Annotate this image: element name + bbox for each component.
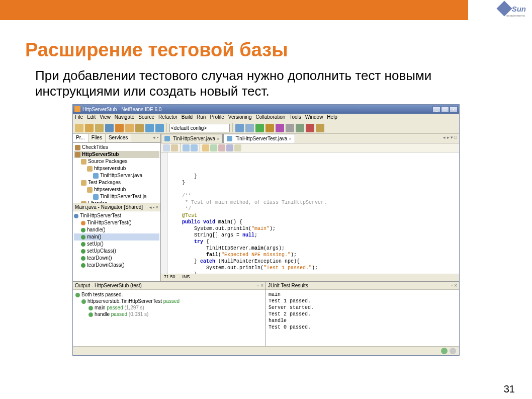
attach-icon[interactable]: [286, 124, 294, 132]
src-view-icon[interactable]: [163, 144, 170, 151]
breakpoint-icon[interactable]: [218, 144, 225, 151]
code-line[interactable]: /**: [170, 193, 454, 199]
output-close-icon[interactable]: ▫ ×: [257, 283, 263, 288]
navigator-item[interactable]: tearDown(): [74, 255, 159, 262]
menu-file[interactable]: File: [75, 114, 83, 121]
tree-node-label[interactable]: httpserverstub: [94, 166, 126, 171]
code-line[interactable]: } catch (NullPointerException npe){: [170, 258, 454, 265]
debug-icon[interactable]: [265, 124, 274, 132]
redo-icon[interactable]: [155, 124, 164, 132]
tree-node-label[interactable]: CheckTitles: [82, 144, 108, 150]
menu-profile[interactable]: Profile: [210, 114, 224, 121]
tree-node-label[interactable]: TiniHttpServer.java: [100, 173, 142, 178]
project-tree-item[interactable]: Source Packages: [74, 158, 159, 165]
project-tree-item[interactable]: TiniHttpServer.java: [74, 172, 159, 179]
window-titlebar[interactable]: HttpServerStub - NetBeans IDE 6.0 _ □ ×: [73, 105, 459, 114]
projects-tab-files[interactable]: Files: [88, 134, 106, 142]
navigator-item[interactable]: tearDownClass(): [74, 262, 159, 269]
open-icon[interactable]: [95, 124, 104, 132]
navigator-item-label[interactable]: handle(): [87, 227, 106, 232]
copy-icon[interactable]: [125, 124, 134, 132]
new-file-icon[interactable]: [75, 124, 83, 132]
tree-node-label[interactable]: httpserverstub: [94, 187, 126, 192]
code-line[interactable]: try {: [170, 238, 454, 245]
run-icon[interactable]: [255, 124, 264, 132]
menu-collaboration[interactable]: Collaboration: [255, 114, 285, 121]
test-result-row[interactable]: httpserverstub.TiniHttpServerTest passed: [75, 298, 263, 304]
tree-node-label[interactable]: HttpServerStub: [82, 151, 119, 157]
history-icon[interactable]: [171, 144, 178, 151]
maximize-button[interactable]: □: [441, 106, 449, 113]
code-line[interactable]: */: [170, 206, 454, 212]
output-panel-body[interactable]: Both tests passed.httpserverstub.TiniHtt…: [73, 290, 265, 346]
projects-tab-controls[interactable]: ◂ ▪: [151, 134, 160, 142]
projects-tree[interactable]: CheckTitlesHttpServerStubSource Packages…: [73, 143, 160, 203]
code-line[interactable]: @Test: [170, 212, 454, 219]
stop-icon[interactable]: [306, 124, 314, 132]
test-result-row[interactable]: handle passed (0,031 s): [75, 311, 263, 317]
menu-view[interactable]: View: [100, 114, 111, 121]
bookmark-icon[interactable]: [210, 144, 217, 151]
navigator-item-label[interactable]: setUpClass(): [87, 248, 116, 254]
profile-icon[interactable]: [276, 124, 284, 132]
code-line[interactable]: String[] args = null;: [170, 232, 454, 238]
code-line[interactable]: }: [170, 180, 454, 186]
menu-build[interactable]: Build: [182, 114, 193, 121]
editor-tab[interactable]: TiniHttpServer.java×: [161, 134, 223, 143]
code-line[interactable]: System.out.println("Test 1 passed.");: [170, 265, 454, 271]
code-line[interactable]: public void main() {: [170, 219, 454, 225]
code-line[interactable]: System.out.println("main");: [170, 225, 454, 232]
menu-versioning[interactable]: Versioning: [228, 114, 252, 121]
new-project-icon[interactable]: [85, 124, 94, 132]
save-all-icon[interactable]: [105, 124, 114, 132]
menu-navigate[interactable]: Navigate: [115, 114, 134, 121]
project-tree-item[interactable]: TiniHttpServerTest.ja: [74, 193, 159, 200]
navigator-item[interactable]: setUp(): [74, 241, 159, 248]
editor-tab-controls[interactable]: ◂ ▸ ▾ □: [441, 134, 459, 143]
code-line[interactable]: fail("Expected NPE missing.");: [170, 252, 454, 258]
comment-icon[interactable]: [226, 144, 233, 151]
code-line[interactable]: }: [170, 173, 454, 180]
tree-node-label[interactable]: Test Packages: [88, 180, 121, 185]
navigator-item[interactable]: setUpClass(): [74, 248, 159, 255]
navigator-item[interactable]: main(): [74, 233, 159, 241]
pause-icon[interactable]: [316, 124, 324, 132]
projects-tab-pr[interactable]: Pr...: [73, 134, 88, 142]
find-icon[interactable]: [202, 144, 209, 151]
menu-run[interactable]: Run: [197, 114, 206, 121]
code-line[interactable]: * Test of main method, of class TiniHttp…: [170, 199, 454, 206]
indent-icon[interactable]: [234, 144, 241, 151]
code-line[interactable]: }: [170, 271, 454, 274]
tab-close-icon[interactable]: ×: [217, 136, 219, 141]
task-icon[interactable]: [450, 348, 456, 354]
cut-icon[interactable]: [115, 124, 124, 132]
tab-close-icon[interactable]: ×: [289, 136, 291, 141]
project-tree-item[interactable]: httpserverstub: [74, 186, 159, 193]
test-result-row[interactable]: main passed (1,297 s): [75, 304, 263, 311]
menu-window[interactable]: Window: [305, 114, 323, 121]
navigator-controls[interactable]: ◂ ▪ ×: [149, 205, 158, 210]
step-icon[interactable]: [296, 124, 304, 132]
navigator-root[interactable]: TiniHttpServerTest: [74, 212, 159, 219]
projects-tab-services[interactable]: Services: [106, 134, 131, 142]
run-config-select[interactable]: [169, 124, 230, 132]
navigator-item-label[interactable]: tearDownClass(): [87, 262, 124, 268]
menu-refactor[interactable]: Refactor: [158, 114, 178, 121]
project-tree-item[interactable]: HttpServerStub: [74, 151, 159, 158]
navigator-item-label[interactable]: setUp(): [87, 241, 104, 247]
close-button[interactable]: ×: [450, 106, 458, 113]
forward-icon[interactable]: [191, 144, 198, 151]
junit-close-icon[interactable]: ▫ ×: [451, 283, 457, 288]
tree-node-label[interactable]: TiniHttpServerTest.ja: [100, 194, 146, 199]
tree-node-label[interactable]: Source Packages: [88, 158, 127, 164]
menu-help[interactable]: Help: [327, 114, 337, 121]
navigator-tree[interactable]: TiniHttpServerTestTiniHttpServerTest()ha…: [73, 211, 160, 281]
build-icon[interactable]: [235, 124, 244, 132]
junit-panel-body[interactable]: mainTest 1 passed.Server started.Test 2 …: [266, 290, 459, 346]
clean-build-icon[interactable]: [245, 124, 254, 132]
project-tree-item[interactable]: Test Packages: [74, 179, 159, 186]
editor-tab[interactable]: TiniHttpServerTest.java×: [223, 134, 295, 143]
menu-tools[interactable]: Tools: [289, 114, 301, 121]
project-tree-item[interactable]: CheckTitles: [74, 144, 159, 151]
menu-source[interactable]: Source: [138, 114, 154, 121]
